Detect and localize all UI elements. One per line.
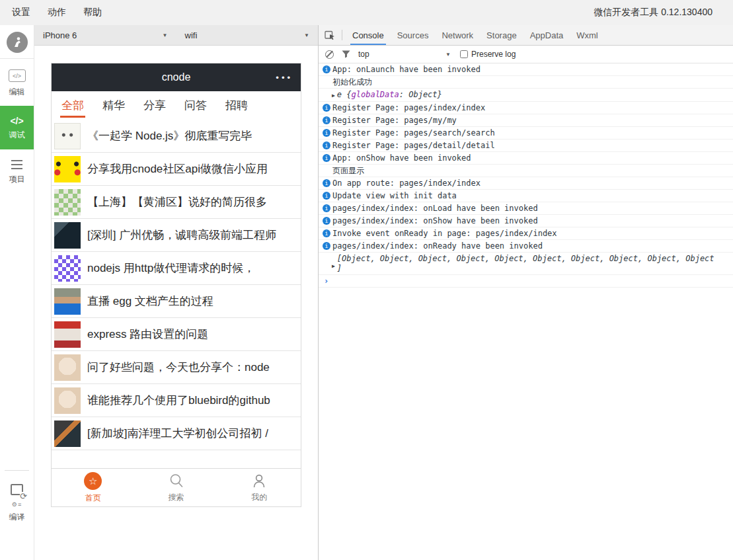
device-select[interactable]: iPhone 6 (34, 25, 176, 45)
network-select[interactable]: wifi (176, 25, 319, 45)
preserve-log-label: Preserve log (471, 50, 516, 59)
tab-network[interactable]: Network (435, 25, 480, 45)
console-message: App: onShow have been invoked (319, 152, 733, 165)
menu-actions[interactable]: 动作 (48, 7, 66, 19)
phone-screen: cnode 全部 精华 分享 问答 招聘 《一起学 Node.js》彻底重写完毕… (51, 63, 301, 507)
device-select-value: iPhone 6 (43, 30, 77, 40)
info-icon (323, 179, 330, 187)
avatar (54, 123, 81, 149)
tab-essence[interactable]: 精华 (102, 91, 125, 120)
search-icon (168, 473, 184, 489)
list-item[interactable]: 【上海】【黄浦区】说好的简历很多 (52, 186, 301, 219)
sidebar-item-debug[interactable]: 调试 (0, 106, 34, 149)
avatar (54, 189, 81, 216)
console-message: Invoke event onReady in page: pages/inde… (319, 227, 733, 240)
topic-list: 《一起学 Node.js》彻底重写完毕 分享我用cnode社区api做微信小应用… (52, 120, 301, 450)
info-icon (323, 65, 330, 73)
context-value: top (358, 50, 369, 59)
sidebar-debug-label: 调试 (9, 130, 25, 141)
tabbar-home[interactable]: 首页 (52, 469, 135, 506)
console-message: pages/index/index: onLoad have been invo… (319, 202, 733, 215)
console-message: App: onLaunch have been invoked (319, 63, 733, 76)
console-prompt-row[interactable] (319, 275, 733, 288)
tab-console[interactable]: Console (346, 25, 391, 45)
console-message: pages/index/index: onShow have been invo… (319, 215, 733, 227)
list-item[interactable]: 直播 egg 文档产生的过程 (52, 285, 301, 318)
info-icon (323, 229, 330, 237)
list-item[interactable]: 分享我用cnode社区api做微信小应用 (52, 153, 301, 186)
code-debug-icon (10, 116, 23, 126)
sidebar-compile-label: 编译 (9, 512, 25, 523)
console-message: Register Page: pages/detail/detail (319, 140, 733, 152)
expand-arrow-icon[interactable] (332, 91, 335, 100)
more-dots-icon[interactable] (276, 73, 293, 83)
avatar (54, 420, 81, 447)
devtools-panel: Console Sources Network Storage AppData … (318, 25, 733, 560)
avatar (54, 156, 81, 182)
filter-funnel-icon[interactable] (342, 50, 350, 58)
sidebar-item-project[interactable]: 项目 (0, 149, 34, 193)
list-item[interactable]: [深圳] 广州优畅，诚聘高级前端工程师 (52, 219, 301, 252)
tabbar-me[interactable]: 我的 (217, 469, 301, 506)
avatar (54, 354, 81, 381)
tab-qa[interactable]: 问答 (184, 91, 207, 120)
chevron-down-icon (304, 32, 309, 38)
info-icon (323, 204, 330, 212)
simulator-panel: iPhone 6 wifi cnode 全部 精华 分享 问答 招聘 《一起学 … (34, 25, 318, 560)
home-star-icon (84, 472, 102, 490)
execution-context-select[interactable]: top (358, 50, 451, 59)
info-icon (323, 104, 330, 112)
tab-all[interactable]: 全部 (61, 91, 84, 120)
sidebar-edit-label: 编辑 (9, 87, 25, 98)
app-navbar: cnode (52, 63, 301, 91)
toolbar-divider (342, 30, 342, 40)
compile-refresh-icon (11, 484, 23, 495)
project-list-icon (11, 160, 22, 169)
console-message-array: [Object, Object, Object, Object, Object,… (319, 253, 733, 275)
list-item[interactable]: express 路由设置的问题 (52, 318, 301, 351)
app-navbar-title: cnode (162, 71, 191, 83)
tab-share[interactable]: 分享 (143, 91, 166, 120)
console-message: On app route: pages/index/index (319, 177, 733, 190)
list-item[interactable]: 《一起学 Node.js》彻底重写完毕 (52, 120, 301, 153)
tabbar-search[interactable]: 搜索 (135, 469, 218, 506)
sidebar-item-edit[interactable]: 编辑 (0, 59, 34, 106)
info-icon (323, 129, 330, 137)
inspect-element-icon[interactable] (321, 30, 338, 40)
info-icon (323, 154, 330, 162)
network-select-value: wifi (185, 30, 198, 40)
avatar (54, 321, 81, 348)
device-toolbar: iPhone 6 wifi (34, 25, 318, 46)
expand-arrow-icon[interactable] (332, 261, 335, 271)
list-item[interactable]: 问了好些问题，今天也分享个：node (52, 351, 301, 384)
sidebar-item-compile[interactable]: 编译 (0, 471, 34, 523)
list-item[interactable]: [新加坡]南洋理工大学初创公司招初 / (52, 417, 301, 450)
tab-sources[interactable]: Sources (391, 25, 436, 45)
list-item[interactable]: 谁能推荐几个使用了bluebird的github (52, 384, 301, 417)
tab-appdata[interactable]: AppData (523, 25, 570, 45)
chevron-down-icon (445, 52, 451, 58)
preserve-log-checkbox[interactable] (460, 50, 468, 58)
menu-settings[interactable]: 设置 (12, 7, 30, 19)
tabbar-search-label: 搜索 (169, 492, 184, 503)
console-message: Update view with init data (319, 190, 733, 202)
list-item[interactable]: nodejs 用http做代理请求的时候， (52, 252, 301, 285)
clear-console-icon[interactable] (325, 50, 334, 59)
avatar (54, 255, 81, 282)
console-message: Register Page: pages/search/search (319, 127, 733, 140)
person-silhouette-icon (11, 36, 24, 49)
tab-jobs[interactable]: 招聘 (225, 91, 248, 120)
avatar (54, 288, 81, 315)
info-icon (323, 217, 330, 225)
console-toolbar: top Preserve log (319, 46, 733, 63)
info-icon (323, 116, 330, 124)
console-message: Register Page: pages/index/index (319, 102, 733, 114)
tab-storage[interactable]: Storage (480, 25, 523, 45)
app-title: 微信开发者工具 0.12.130400 (594, 0, 713, 25)
user-avatar[interactable] (7, 32, 28, 53)
tab-wxml[interactable]: Wxml (570, 25, 605, 45)
menu-help[interactable]: 帮助 (83, 7, 102, 19)
tabbar-me-label: 我的 (251, 492, 267, 503)
tabbar-home-label: 首页 (85, 493, 101, 504)
console-message: 初始化成功 (319, 76, 733, 89)
